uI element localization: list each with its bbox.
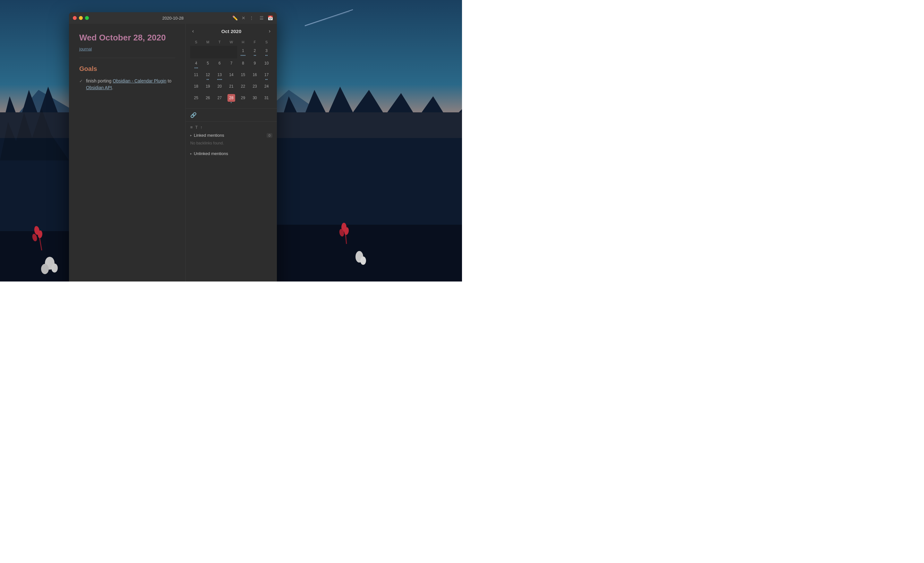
calendar-day[interactable]: 10 [261,59,272,70]
calendar-day[interactable]: 1 [237,46,249,59]
calendar-day[interactable]: 4 [190,59,202,70]
calendar-day[interactable]: 29 [237,93,249,105]
window-title: 2020-10-28 [162,16,184,21]
task-item: ✓ finish porting Obsidian - Calendar Plu… [79,78,175,91]
calendar-day [202,46,214,59]
calendar-day[interactable]: 2 [249,46,261,59]
task-link-1[interactable]: Obsidian - Calendar Plugin [112,78,166,83]
more-options-icon[interactable]: ⋮ [249,15,254,21]
sidebar-link-section: 🔗 [186,109,277,122]
calendar-day[interactable]: 18 [190,81,202,93]
calendar-day[interactable]: 23 [249,81,261,93]
maximize-button[interactable] [85,16,89,20]
close-button[interactable] [73,16,76,20]
title-bar-actions: ✏️ ✕ ⋮ ☰ 📅 [232,15,273,21]
day-header-thu: H [237,39,249,46]
calendar-day[interactable]: 22 [237,81,249,93]
task-text-middle: to [166,78,172,83]
calendar-day[interactable]: 5 [202,59,214,70]
calendar-day[interactable]: 25 [190,93,202,105]
day-header-tue: T [214,39,225,46]
calendar-day[interactable]: 6 [214,59,225,70]
calendar-day[interactable]: 26 [202,93,214,105]
link-icon[interactable]: 🔗 [190,113,196,118]
day-header-sun: S [190,39,202,46]
calendar-day[interactable]: 15 [237,70,249,81]
day-header-fri: F [249,39,261,46]
calendar-day[interactable]: 11 [190,70,202,81]
calendar-day[interactable]: 31 [261,93,272,105]
content-area: Wed October 28, 2020 journal Goals ✓ fin… [69,24,277,281]
calendar-day[interactable]: 30 [249,93,261,105]
text-icon[interactable]: T [195,125,198,130]
list-icon[interactable]: ☰ [260,15,264,21]
calendar-day[interactable]: 17 [261,70,272,81]
calendar-day[interactable]: 13 [214,70,225,81]
note-divider [79,58,175,58]
linked-mentions-count: 0 [267,133,272,138]
unlinked-mentions-label: Unlinked mentions [194,151,228,156]
edit-icon[interactable]: ✏️ [232,15,238,21]
calendar-day[interactable]: 21 [225,81,237,93]
title-bar: 2020-10-28 ✏️ ✕ ⋮ ☰ 📅 [69,12,277,24]
calendar-day[interactable]: 8 [237,59,249,70]
task-text: finish porting Obsidian - Calendar Plugi… [86,78,175,91]
mentions-toolbar: ≡ T ↑ [190,125,272,130]
task-link-2[interactable]: Obsidian API [86,85,112,90]
calendar-day[interactable]: 14 [225,70,237,81]
calendar-grid: S M T W H F S 12345678910111213141516171… [190,39,272,105]
goals-heading: Goals [79,65,175,72]
sidebar-pane: ‹ Oct 2020 › S M T W H F S [186,24,277,281]
calendar-day[interactable]: 9 [249,59,261,70]
day-header-mon: M [202,39,214,46]
calendar-day[interactable]: 24 [261,81,272,93]
calendar-prev-button[interactable]: ‹ [190,28,196,35]
day-header-wed: W [225,39,237,46]
calendar-day[interactable]: 12 [202,70,214,81]
calendar-widget: ‹ Oct 2020 › S M T W H F S [186,24,277,109]
task-text-before: finish porting [86,78,112,83]
calendar-day [214,46,225,59]
list-view-icon[interactable]: ≡ [190,125,193,130]
calendar-day[interactable]: 19 [202,81,214,93]
note-date-heading: Wed October 28, 2020 [79,33,175,43]
calendar-day[interactable]: 7 [225,59,237,70]
task-checkmark: ✓ [79,78,83,84]
calendar-day[interactable]: 28 [225,93,237,105]
calendar-day[interactable]: 27 [214,93,225,105]
note-pane[interactable]: Wed October 28, 2020 journal Goals ✓ fin… [69,24,186,281]
linked-mentions-label: Linked mentions [194,133,224,138]
app-window: 2020-10-28 ✏️ ✕ ⋮ ☰ 📅 Wed October 28, 20… [69,12,277,281]
mentions-section: ≡ T ↑ ▸ Linked mentions 0 No backlinks f… [186,122,277,159]
unlinked-mentions-header[interactable]: ▸ Unlinked mentions [190,151,272,156]
calendar-day[interactable]: 3 [261,46,272,59]
calendar-day [190,46,202,59]
calendar-next-button[interactable]: › [267,28,272,35]
close-icon[interactable]: ✕ [242,15,245,21]
sort-icon[interactable]: ↑ [201,125,203,130]
note-tag[interactable]: journal [79,47,92,51]
linked-mentions-title-row: ▸ Linked mentions [190,133,224,138]
window-controls [73,16,89,20]
calendar-month-year: Oct 2020 [221,29,242,34]
linked-mentions-header[interactable]: ▸ Linked mentions 0 [190,133,272,138]
day-header-sat: S [261,39,272,46]
calendar-header: ‹ Oct 2020 › [190,28,272,35]
minimize-button[interactable] [79,16,83,20]
linked-collapse-arrow: ▸ [190,134,192,137]
unlinked-collapse-arrow: ▸ [190,152,192,155]
calendar-day[interactable]: 20 [214,81,225,93]
no-backlinks-text: No backlinks found. [190,140,272,147]
calendar-icon[interactable]: 📅 [268,15,273,21]
calendar-day [225,46,237,59]
calendar-day[interactable]: 16 [249,70,261,81]
task-text-after: . [112,85,113,90]
